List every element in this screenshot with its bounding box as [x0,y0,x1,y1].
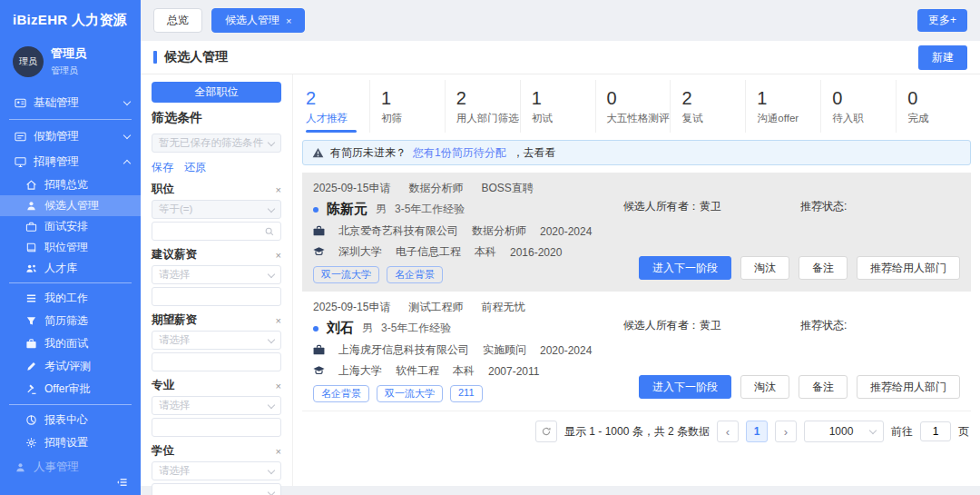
eliminate-button[interactable]: 淘汰 [740,375,789,399]
degree-value-select[interactable] [152,483,281,495]
alert-text: 有简历未进来？ [330,145,407,161]
gear-icon [25,437,37,449]
sidebar-item-label: 假勤管理 [34,129,117,144]
sidebar-item-resume-screening[interactable]: 简历筛选 [0,310,141,332]
stage-completed[interactable]: 0完成 [896,80,971,133]
status-dot [313,326,318,332]
sidebar-item-my-work[interactable]: 我的工作 [0,287,141,310]
recommend-to-department-button[interactable]: 推荐给用人部门 [857,256,960,280]
sidebar-item-candidate-management[interactable]: 候选人管理 [0,195,141,216]
alert-text-suffix: ，去看看 [513,145,556,161]
close-icon[interactable]: × [286,15,291,26]
remove-filter-icon[interactable]: × [276,184,281,195]
select-placeholder: 请选择 [159,333,191,347]
sidebar-item-my-interviews[interactable]: 我的面试 [0,332,141,355]
note-button[interactable]: 备注 [799,256,848,280]
saved-filters-select[interactable]: 暂无已保存的筛选条件 [152,134,281,153]
major-select[interactable]: 请选择 [152,396,281,415]
current-page-button[interactable]: 1 [746,421,768,442]
briefcase-icon [313,225,325,237]
expected-salary-field[interactable] [152,352,281,371]
expected-salary-select[interactable]: 请选择 [152,331,281,350]
stage-department-screening[interactable]: 2用人部门筛选 [445,80,520,133]
new-button[interactable]: 新建 [918,45,967,70]
next-stage-button[interactable]: 进入下一阶段 [639,256,731,280]
remove-filter-icon[interactable]: × [276,381,281,391]
sidebar-item-attendance-management[interactable]: 假勤管理 [0,124,141,149]
candidate-name[interactable]: 刘石 [327,320,354,337]
job-title: 数据分析师 [472,223,526,239]
tab-overview[interactable]: 总览 [153,8,202,33]
page-size-select[interactable]: 1000 [804,421,884,442]
reset-filter-link[interactable]: 还原 [184,160,206,175]
stage-first-interview[interactable]: 1初试 [520,80,595,133]
sidebar-item-recruit-overview[interactable]: 招聘总览 [0,174,141,195]
suggested-salary-input[interactable] [158,292,275,302]
expected-salary-input[interactable] [158,357,275,368]
stage-count: 1 [757,88,820,109]
sidebar: iBizEHR 人力资源 理员 管理员 管理员 基础管理 假勤管理 招聘管理 招… [0,0,141,495]
sidebar-item-report-center[interactable]: 报表中心 [0,409,141,431]
briefcase-icon [25,221,37,233]
filter-group-position: 职位× 等于(=) [152,182,281,241]
sidebar-item-position-management[interactable]: 职位管理 [0,237,141,258]
position-search-field[interactable] [152,222,281,241]
refresh-button[interactable] [535,421,557,442]
chevron-down-icon [123,131,131,138]
stage-pending-onboard[interactable]: 0待入职 [820,80,896,133]
recommend-status-label: 推荐状态: [800,318,847,333]
recommend-to-department-button[interactable]: 推荐给用人部门 [857,375,960,399]
stage-big5-assessment[interactable]: 0大五性格测评 [595,80,671,133]
remove-filter-icon[interactable]: × [276,446,281,457]
sidebar-item-talent-pool[interactable]: 人才库 [0,258,141,279]
candidate-card[interactable]: 2025-09-15申请 数据分析师 BOSS直聘 陈新元 男 3-5年工作经验… [302,173,971,292]
remove-filter-icon[interactable]: × [276,250,281,261]
recommend-status-label: 推荐状态: [800,199,847,214]
stage-second-interview[interactable]: 2复试 [670,80,745,133]
stage-count: 0 [607,88,671,109]
next-stage-button[interactable]: 进入下一阶段 [639,375,731,399]
position-operator-select[interactable]: 等于(=) [152,200,281,219]
goto-page-input[interactable] [920,421,951,441]
suggested-salary-select[interactable]: 请选择 [152,265,281,284]
sidebar-item-label: 招聘管理 [34,154,117,170]
company: 北京爱奇艺科技有限公司 [338,223,458,239]
sidebar-item-hr-management[interactable]: 人事管理 [0,454,141,474]
major-field[interactable] [152,418,281,437]
stage-label: 待入职 [832,112,896,125]
candidate-card[interactable]: 2025-09-15申请 测试工程师 前程无忧 刘石 男 3-5年工作经验 上海… [302,292,971,411]
more-button[interactable]: 更多+ [917,9,967,32]
page-size-value: 1000 [829,425,854,438]
stage-offer-communication[interactable]: 1沟通offer [745,80,820,133]
alert-link[interactable]: 您有1份简历待分配 [413,145,506,161]
major-input[interactable] [158,422,275,433]
all-positions-button[interactable]: 全部职位 [152,82,281,103]
chevron-up-icon [123,159,131,166]
next-page-button[interactable]: › [775,421,797,442]
suggested-salary-field[interactable] [152,287,281,306]
stage-talent-recommend[interactable]: 2人才推荐 [302,80,369,133]
prev-page-button[interactable]: ‹ [717,421,739,442]
resume-alert-banner: 有简历未进来？您有1份简历待分配，去看看 [302,140,971,165]
sidebar-item-recruit-management[interactable]: 招聘管理 [0,149,141,174]
remove-filter-icon[interactable]: × [276,315,281,326]
sidebar-collapse-button[interactable] [0,474,141,495]
sidebar-item-exam-assessment[interactable]: 考试/评测 [0,355,141,378]
sidebar-item-label: 面试安排 [44,219,130,234]
eliminate-button[interactable]: 淘汰 [740,256,789,280]
note-button[interactable]: 备注 [799,375,848,399]
sidebar-item-offer-approval[interactable]: Offer审批 [0,378,141,401]
stage-initial-screening[interactable]: 1初筛 [369,80,445,133]
graduation-cap-icon [313,365,325,377]
sidebar-item-interview-schedule[interactable]: 面试安排 [0,216,141,237]
candidate-name[interactable]: 陈新元 [327,201,368,218]
tab-candidate-management[interactable]: 候选人管理 × [211,8,305,33]
user-profile[interactable]: 理员 管理员 管理员 [0,35,141,84]
main-area: 总览 候选人管理 × 更多+ 候选人管理 新建 全部职位 筛选条件 暂无已保存的… [141,0,980,495]
sidebar-item-basic-management[interactable]: 基础管理 [0,90,141,115]
save-filter-link[interactable]: 保存 [152,160,173,175]
position-search-input[interactable] [158,226,263,237]
degree-select[interactable]: 请选择 [152,461,281,480]
stage-label: 完成 [907,112,971,125]
sidebar-item-recruit-settings[interactable]: 招聘设置 [0,431,141,454]
